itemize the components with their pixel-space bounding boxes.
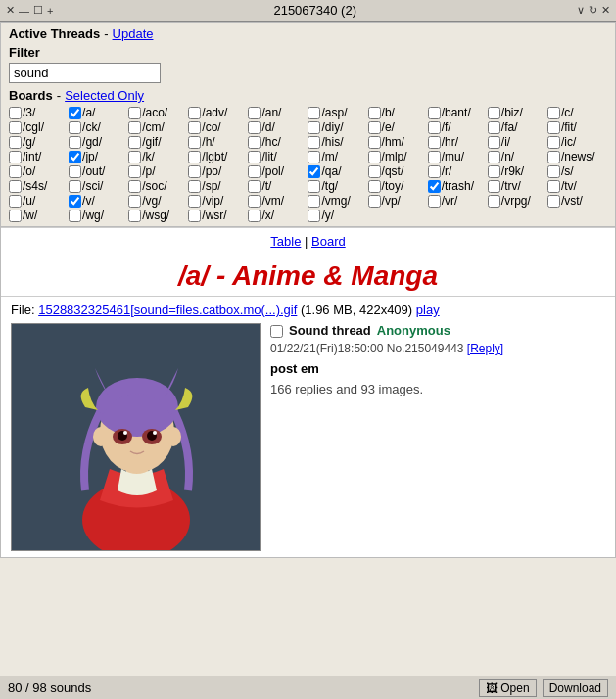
board-checkbox-cm[interactable]	[128, 121, 141, 134]
board-label[interactable]: /x/	[261, 209, 274, 222]
board-checkbox-vmg[interactable]	[308, 195, 320, 208]
board-checkbox-lgbt[interactable]	[188, 151, 201, 163]
board-checkbox-gd[interactable]	[69, 136, 81, 149]
board-label[interactable]: /gd/	[82, 135, 102, 149]
board-label[interactable]: /a/	[82, 106, 95, 119]
board-checkbox-n[interactable]	[488, 151, 500, 163]
board-checkbox-trv[interactable]	[488, 180, 500, 193]
board-label[interactable]: /m/	[321, 150, 338, 163]
board-label[interactable]: /trv/	[501, 179, 521, 193]
board-label[interactable]: /pol/	[261, 164, 284, 178]
board-label[interactable]: /an/	[261, 106, 281, 119]
board-label[interactable]: /ic/	[561, 135, 576, 149]
selected-only-link[interactable]: Selected Only	[65, 88, 144, 103]
board-checkbox-lit[interactable]	[248, 151, 261, 163]
titlebar-close-icon[interactable]: ✕	[601, 4, 610, 17]
board-label[interactable]: /diy/	[321, 120, 343, 134]
filter-input[interactable]	[9, 63, 161, 83]
board-checkbox-y[interactable]	[308, 210, 320, 222]
board-label[interactable]: /mu/	[442, 150, 464, 163]
board-checkbox-int[interactable]	[9, 151, 22, 163]
board-checkbox-w[interactable]	[9, 210, 22, 222]
board-checkbox-c[interactable]	[547, 107, 560, 119]
board-label[interactable]: /out/	[82, 164, 105, 178]
board-checkbox-vg[interactable]	[128, 195, 141, 208]
restore-icon[interactable]: ☐	[33, 4, 43, 17]
board-checkbox-s[interactable]	[547, 165, 560, 178]
board-label[interactable]: /i/	[501, 135, 510, 149]
board-label[interactable]: /vp/	[382, 194, 401, 208]
board-checkbox-wg[interactable]	[69, 210, 81, 222]
board-checkbox-vr[interactable]	[428, 195, 441, 208]
update-link[interactable]: Update	[113, 26, 154, 41]
board-label[interactable]: /asp/	[321, 106, 347, 119]
board-checkbox-hc[interactable]	[248, 136, 261, 149]
board-label[interactable]: /ck/	[82, 120, 101, 134]
board-label[interactable]: /trash/	[442, 179, 474, 193]
board-checkbox-u[interactable]	[9, 195, 22, 208]
board-label[interactable]: /s4s/	[23, 179, 47, 193]
board-checkbox-p[interactable]	[128, 165, 141, 178]
board-label[interactable]: /d/	[261, 120, 274, 134]
board-checkbox-ck[interactable]	[69, 121, 81, 134]
board-checkbox-soc[interactable]	[128, 180, 141, 193]
board-label[interactable]: /c/	[561, 106, 574, 119]
board-checkbox-fit[interactable]	[547, 121, 560, 134]
board-label[interactable]: /bant/	[442, 106, 471, 119]
board-checkbox-biz[interactable]	[488, 107, 500, 119]
board-label[interactable]: /g/	[23, 135, 35, 149]
board-checkbox-trash[interactable]	[428, 180, 441, 193]
board-link[interactable]: Board	[311, 234, 346, 249]
board-checkbox-g[interactable]	[9, 136, 22, 149]
board-checkbox-hr[interactable]	[428, 136, 441, 149]
board-checkbox-sci[interactable]	[69, 180, 81, 193]
reply-link[interactable]: [Reply]	[467, 342, 503, 355]
board-label[interactable]: /r9k/	[501, 164, 524, 178]
board-label[interactable]: /fa/	[501, 120, 518, 134]
board-label[interactable]: /cm/	[142, 120, 165, 134]
board-label[interactable]: /tv/	[561, 179, 577, 193]
download-button[interactable]: Download	[543, 679, 608, 697]
board-checkbox-vm[interactable]	[248, 195, 261, 208]
board-label[interactable]: /r/	[442, 164, 452, 178]
board-label[interactable]: /int/	[23, 150, 41, 163]
board-checkbox-i[interactable]	[488, 136, 500, 149]
board-checkbox-hm[interactable]	[368, 136, 381, 149]
board-checkbox-r9k[interactable]	[488, 165, 500, 178]
board-label[interactable]: /t/	[261, 179, 271, 193]
board-checkbox-x[interactable]	[248, 210, 261, 222]
board-label[interactable]: /jp/	[82, 150, 98, 163]
open-button[interactable]: 🖼 Open	[479, 679, 536, 697]
board-checkbox-tv[interactable]	[547, 180, 560, 193]
board-label[interactable]: /o/	[23, 164, 35, 178]
board-label[interactable]: /sci/	[82, 179, 103, 193]
board-label[interactable]: /y/	[321, 209, 334, 222]
board-label[interactable]: /hm/	[382, 135, 404, 149]
board-checkbox-his[interactable]	[308, 136, 320, 149]
board-checkbox-vip[interactable]	[188, 195, 201, 208]
board-checkbox-cgl[interactable]	[9, 121, 22, 134]
table-link[interactable]: Table	[270, 234, 301, 249]
board-label[interactable]: /vg/	[142, 194, 161, 208]
board-checkbox-mu[interactable]	[428, 151, 441, 163]
board-label[interactable]: /e/	[382, 120, 395, 134]
board-label[interactable]: /his/	[321, 135, 343, 149]
chevron-down-icon[interactable]: ∨	[577, 4, 585, 17]
board-checkbox-toy[interactable]	[368, 180, 381, 193]
board-label[interactable]: /qst/	[382, 164, 404, 178]
board-label[interactable]: /po/	[202, 164, 221, 178]
board-checkbox-t[interactable]	[248, 180, 261, 193]
board-label[interactable]: /news/	[561, 150, 595, 163]
board-label[interactable]: /v/	[82, 194, 95, 208]
board-label[interactable]: /b/	[382, 106, 395, 119]
refresh-icon[interactable]: ↻	[589, 4, 597, 17]
board-checkbox-d[interactable]	[248, 121, 261, 134]
board-checkbox-vp[interactable]	[368, 195, 381, 208]
board-label[interactable]: /wg/	[82, 209, 104, 222]
board-checkbox-qa[interactable]	[308, 165, 320, 178]
board-label[interactable]: /co/	[202, 120, 220, 134]
board-checkbox-r[interactable]	[428, 165, 441, 178]
board-label[interactable]: /3/	[23, 106, 35, 119]
board-checkbox-jp[interactable]	[69, 151, 81, 163]
file-link[interactable]: 1528832325461[sound=files.catbox.mo(...)…	[38, 303, 297, 317]
